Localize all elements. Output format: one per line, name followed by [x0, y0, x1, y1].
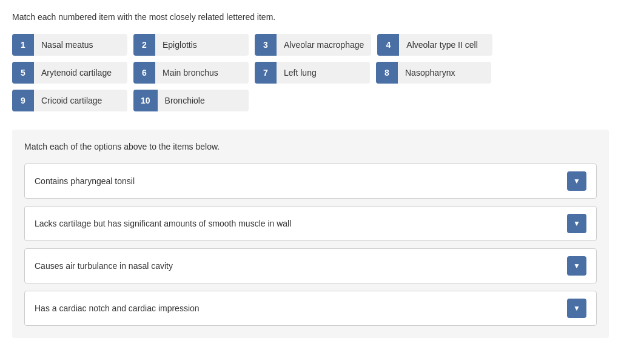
dropdown-arrow-2[interactable]: ▼: [567, 214, 586, 233]
numbered-item: 10 Bronchiole: [133, 90, 249, 111]
item-number: 6: [133, 62, 155, 84]
instructions-text: Match each numbered item with the most c…: [12, 12, 609, 22]
item-number: 1: [12, 34, 34, 56]
match-section: Match each of the options above to the i…: [12, 130, 609, 338]
dropdown-row-4[interactable]: Has a cardiac notch and cardiac impressi…: [24, 291, 597, 326]
numbered-item: 8 Nasopharynx: [376, 62, 491, 84]
item-number: 9: [12, 90, 34, 111]
dropdown-row-1[interactable]: Contains pharyngeal tonsil ▼: [24, 164, 597, 199]
numbered-item: 4 Alveolar type II cell: [377, 34, 492, 56]
numbered-item: 6 Main bronchus: [133, 62, 249, 84]
dropdown-arrow-3[interactable]: ▼: [567, 256, 586, 276]
dropdown-text-1: Contains pharyngeal tonsil: [35, 176, 567, 186]
dropdowns-container: Contains pharyngeal tonsil ▼ Lacks carti…: [24, 164, 597, 326]
item-label: Nasal meatus: [34, 34, 101, 56]
item-number: 3: [255, 34, 277, 56]
item-label: Cricoid cartilage: [34, 90, 109, 111]
numbered-item: 5 Arytenoid cartilage: [12, 62, 127, 84]
numbered-item: 1 Nasal meatus: [12, 34, 127, 56]
dropdown-arrow-1[interactable]: ▼: [567, 171, 586, 191]
item-number: 5: [12, 62, 34, 84]
item-label: Left lung: [277, 62, 324, 84]
item-label: Nasopharynx: [398, 62, 463, 84]
numbered-item: 7 Left lung: [255, 62, 370, 84]
item-label: Epiglottis: [155, 34, 204, 56]
match-instructions: Match each of the options above to the i…: [24, 142, 597, 151]
item-label: Main bronchus: [155, 62, 226, 84]
item-label: Alveolar type II cell: [399, 34, 485, 56]
item-number: 8: [376, 62, 398, 84]
dropdown-row-3[interactable]: Causes air turbulance in nasal cavity ▼: [24, 248, 597, 283]
dropdown-text-4: Has a cardiac notch and cardiac impressi…: [35, 303, 567, 313]
numbered-items-grid: 1 Nasal meatus 2 Epiglottis 3 Alveolar m…: [12, 34, 609, 111]
dropdown-arrow-4[interactable]: ▼: [567, 299, 586, 318]
item-label: Bronchiole: [158, 90, 212, 111]
dropdown-text-2: Lacks cartilage but has significant amou…: [35, 219, 567, 228]
item-number: 2: [133, 34, 155, 56]
numbered-item: 2 Epiglottis: [133, 34, 249, 56]
item-number: 4: [377, 34, 399, 56]
numbered-item: 3 Alveolar macrophage: [255, 34, 371, 56]
dropdown-text-3: Causes air turbulance in nasal cavity: [35, 261, 567, 271]
dropdown-row-2[interactable]: Lacks cartilage but has significant amou…: [24, 206, 597, 241]
item-label: Alveolar macrophage: [277, 34, 371, 56]
item-number: 10: [133, 90, 158, 111]
item-label: Arytenoid cartilage: [34, 62, 119, 84]
item-number: 7: [255, 62, 277, 84]
numbered-item: 9 Cricoid cartilage: [12, 90, 127, 111]
